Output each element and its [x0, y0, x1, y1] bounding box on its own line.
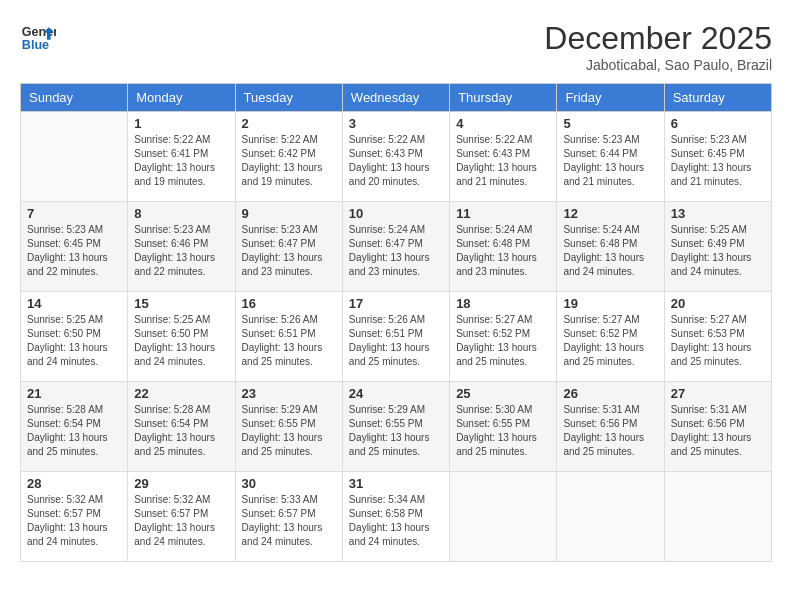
- location-subtitle: Jaboticabal, Sao Paulo, Brazil: [544, 57, 772, 73]
- day-info: Sunrise: 5:28 AM Sunset: 6:54 PM Dayligh…: [134, 403, 228, 459]
- calendar-header-saturday: Saturday: [664, 84, 771, 112]
- day-number: 1: [134, 116, 228, 131]
- day-info: Sunrise: 5:24 AM Sunset: 6:48 PM Dayligh…: [456, 223, 550, 279]
- calendar-cell: [557, 472, 664, 562]
- day-info: Sunrise: 5:23 AM Sunset: 6:47 PM Dayligh…: [242, 223, 336, 279]
- calendar-cell: 28Sunrise: 5:32 AM Sunset: 6:57 PM Dayli…: [21, 472, 128, 562]
- calendar-cell: 11Sunrise: 5:24 AM Sunset: 6:48 PM Dayli…: [450, 202, 557, 292]
- calendar-week-row: 14Sunrise: 5:25 AM Sunset: 6:50 PM Dayli…: [21, 292, 772, 382]
- calendar-cell: 20Sunrise: 5:27 AM Sunset: 6:53 PM Dayli…: [664, 292, 771, 382]
- day-info: Sunrise: 5:32 AM Sunset: 6:57 PM Dayligh…: [27, 493, 121, 549]
- calendar-week-row: 1Sunrise: 5:22 AM Sunset: 6:41 PM Daylig…: [21, 112, 772, 202]
- day-number: 25: [456, 386, 550, 401]
- day-number: 9: [242, 206, 336, 221]
- day-info: Sunrise: 5:23 AM Sunset: 6:45 PM Dayligh…: [27, 223, 121, 279]
- day-number: 27: [671, 386, 765, 401]
- calendar-cell: 23Sunrise: 5:29 AM Sunset: 6:55 PM Dayli…: [235, 382, 342, 472]
- day-number: 30: [242, 476, 336, 491]
- calendar-cell: 7Sunrise: 5:23 AM Sunset: 6:45 PM Daylig…: [21, 202, 128, 292]
- day-info: Sunrise: 5:26 AM Sunset: 6:51 PM Dayligh…: [242, 313, 336, 369]
- calendar-header-thursday: Thursday: [450, 84, 557, 112]
- day-info: Sunrise: 5:25 AM Sunset: 6:50 PM Dayligh…: [27, 313, 121, 369]
- day-number: 24: [349, 386, 443, 401]
- day-number: 4: [456, 116, 550, 131]
- calendar-cell: 25Sunrise: 5:30 AM Sunset: 6:55 PM Dayli…: [450, 382, 557, 472]
- day-number: 20: [671, 296, 765, 311]
- day-number: 14: [27, 296, 121, 311]
- calendar-week-row: 28Sunrise: 5:32 AM Sunset: 6:57 PM Dayli…: [21, 472, 772, 562]
- calendar-cell: 18Sunrise: 5:27 AM Sunset: 6:52 PM Dayli…: [450, 292, 557, 382]
- header: General Blue December 2025 Jaboticabal, …: [20, 20, 772, 73]
- calendar-cell: 30Sunrise: 5:33 AM Sunset: 6:57 PM Dayli…: [235, 472, 342, 562]
- day-info: Sunrise: 5:30 AM Sunset: 6:55 PM Dayligh…: [456, 403, 550, 459]
- day-number: 5: [563, 116, 657, 131]
- day-number: 29: [134, 476, 228, 491]
- calendar-cell: 16Sunrise: 5:26 AM Sunset: 6:51 PM Dayli…: [235, 292, 342, 382]
- day-info: Sunrise: 5:22 AM Sunset: 6:43 PM Dayligh…: [349, 133, 443, 189]
- day-number: 28: [27, 476, 121, 491]
- calendar-week-row: 7Sunrise: 5:23 AM Sunset: 6:45 PM Daylig…: [21, 202, 772, 292]
- calendar-cell: [450, 472, 557, 562]
- calendar-header-sunday: Sunday: [21, 84, 128, 112]
- calendar-cell: 31Sunrise: 5:34 AM Sunset: 6:58 PM Dayli…: [342, 472, 449, 562]
- day-number: 8: [134, 206, 228, 221]
- day-info: Sunrise: 5:23 AM Sunset: 6:46 PM Dayligh…: [134, 223, 228, 279]
- day-number: 18: [456, 296, 550, 311]
- day-info: Sunrise: 5:23 AM Sunset: 6:45 PM Dayligh…: [671, 133, 765, 189]
- calendar-header-tuesday: Tuesday: [235, 84, 342, 112]
- day-number: 7: [27, 206, 121, 221]
- calendar-header-row: SundayMondayTuesdayWednesdayThursdayFrid…: [21, 84, 772, 112]
- calendar-cell: 26Sunrise: 5:31 AM Sunset: 6:56 PM Dayli…: [557, 382, 664, 472]
- day-number: 6: [671, 116, 765, 131]
- day-number: 21: [27, 386, 121, 401]
- calendar-cell: [664, 472, 771, 562]
- day-info: Sunrise: 5:25 AM Sunset: 6:50 PM Dayligh…: [134, 313, 228, 369]
- day-info: Sunrise: 5:31 AM Sunset: 6:56 PM Dayligh…: [671, 403, 765, 459]
- calendar-week-row: 21Sunrise: 5:28 AM Sunset: 6:54 PM Dayli…: [21, 382, 772, 472]
- calendar-header-monday: Monday: [128, 84, 235, 112]
- calendar-cell: 13Sunrise: 5:25 AM Sunset: 6:49 PM Dayli…: [664, 202, 771, 292]
- day-info: Sunrise: 5:32 AM Sunset: 6:57 PM Dayligh…: [134, 493, 228, 549]
- calendar-cell: 29Sunrise: 5:32 AM Sunset: 6:57 PM Dayli…: [128, 472, 235, 562]
- day-number: 12: [563, 206, 657, 221]
- day-info: Sunrise: 5:27 AM Sunset: 6:53 PM Dayligh…: [671, 313, 765, 369]
- calendar-cell: 14Sunrise: 5:25 AM Sunset: 6:50 PM Dayli…: [21, 292, 128, 382]
- day-number: 3: [349, 116, 443, 131]
- day-info: Sunrise: 5:24 AM Sunset: 6:48 PM Dayligh…: [563, 223, 657, 279]
- day-info: Sunrise: 5:31 AM Sunset: 6:56 PM Dayligh…: [563, 403, 657, 459]
- day-number: 13: [671, 206, 765, 221]
- logo: General Blue: [20, 20, 56, 56]
- day-info: Sunrise: 5:25 AM Sunset: 6:49 PM Dayligh…: [671, 223, 765, 279]
- day-number: 10: [349, 206, 443, 221]
- calendar-cell: 24Sunrise: 5:29 AM Sunset: 6:55 PM Dayli…: [342, 382, 449, 472]
- title-area: December 2025 Jaboticabal, Sao Paulo, Br…: [544, 20, 772, 73]
- calendar-cell: 10Sunrise: 5:24 AM Sunset: 6:47 PM Dayli…: [342, 202, 449, 292]
- day-info: Sunrise: 5:28 AM Sunset: 6:54 PM Dayligh…: [27, 403, 121, 459]
- day-info: Sunrise: 5:29 AM Sunset: 6:55 PM Dayligh…: [349, 403, 443, 459]
- day-number: 16: [242, 296, 336, 311]
- calendar-cell: 4Sunrise: 5:22 AM Sunset: 6:43 PM Daylig…: [450, 112, 557, 202]
- calendar-cell: 9Sunrise: 5:23 AM Sunset: 6:47 PM Daylig…: [235, 202, 342, 292]
- day-info: Sunrise: 5:27 AM Sunset: 6:52 PM Dayligh…: [563, 313, 657, 369]
- calendar-cell: 2Sunrise: 5:22 AM Sunset: 6:42 PM Daylig…: [235, 112, 342, 202]
- calendar-cell: [21, 112, 128, 202]
- day-info: Sunrise: 5:23 AM Sunset: 6:44 PM Dayligh…: [563, 133, 657, 189]
- calendar-header-wednesday: Wednesday: [342, 84, 449, 112]
- day-info: Sunrise: 5:22 AM Sunset: 6:41 PM Dayligh…: [134, 133, 228, 189]
- calendar-cell: 27Sunrise: 5:31 AM Sunset: 6:56 PM Dayli…: [664, 382, 771, 472]
- day-info: Sunrise: 5:24 AM Sunset: 6:47 PM Dayligh…: [349, 223, 443, 279]
- month-title: December 2025: [544, 20, 772, 57]
- svg-text:Blue: Blue: [22, 38, 49, 52]
- calendar-table: SundayMondayTuesdayWednesdayThursdayFrid…: [20, 83, 772, 562]
- calendar-cell: 3Sunrise: 5:22 AM Sunset: 6:43 PM Daylig…: [342, 112, 449, 202]
- calendar-header-friday: Friday: [557, 84, 664, 112]
- calendar-cell: 6Sunrise: 5:23 AM Sunset: 6:45 PM Daylig…: [664, 112, 771, 202]
- day-number: 31: [349, 476, 443, 491]
- day-info: Sunrise: 5:33 AM Sunset: 6:57 PM Dayligh…: [242, 493, 336, 549]
- day-info: Sunrise: 5:22 AM Sunset: 6:42 PM Dayligh…: [242, 133, 336, 189]
- day-number: 19: [563, 296, 657, 311]
- calendar-cell: 21Sunrise: 5:28 AM Sunset: 6:54 PM Dayli…: [21, 382, 128, 472]
- day-number: 22: [134, 386, 228, 401]
- calendar-cell: 19Sunrise: 5:27 AM Sunset: 6:52 PM Dayli…: [557, 292, 664, 382]
- day-info: Sunrise: 5:27 AM Sunset: 6:52 PM Dayligh…: [456, 313, 550, 369]
